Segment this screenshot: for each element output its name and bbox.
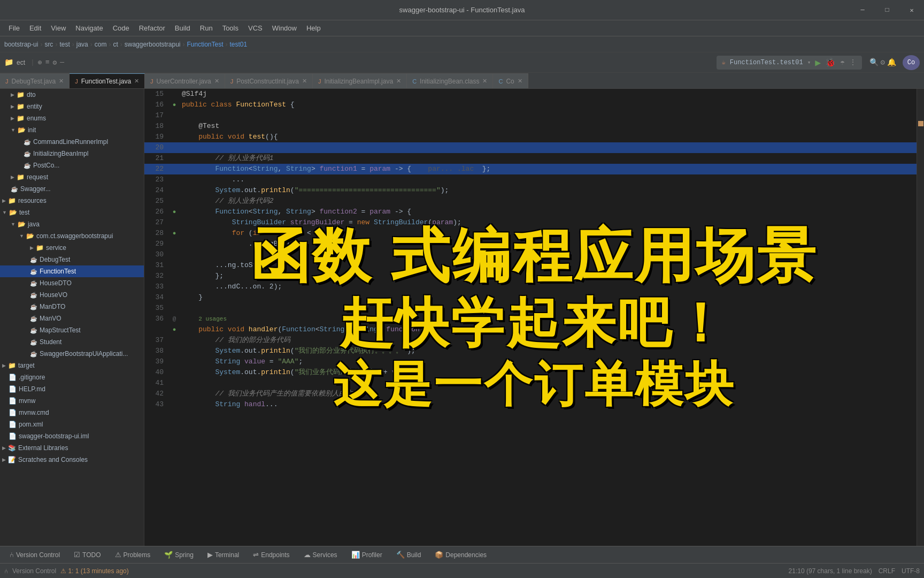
bottom-endpoints[interactable]: ⇌ Endpoints [248, 548, 295, 562]
tab-close-icon[interactable]: ✕ [482, 78, 487, 85]
sidebar-item-housedto[interactable]: ☕ HouseDTO [0, 277, 144, 289]
sidebar-item-entity[interactable]: ▶ 📁 entity [0, 101, 144, 112]
run-config-dropdown[interactable]: ▾ [807, 59, 811, 66]
menu-build[interactable]: Build [171, 22, 195, 34]
collapse-icon[interactable]: ≡ [45, 58, 50, 66]
menu-window[interactable]: Window [268, 22, 301, 34]
bottom-services[interactable]: ☁ Services [298, 548, 343, 562]
sync-icon[interactable]: ⊕ [38, 58, 42, 67]
avatar[interactable]: Co [903, 55, 920, 70]
sidebar-item-helpmd[interactable]: 📄 HELP.md [0, 383, 144, 395]
tree-label: Scratches and Consoles [18, 456, 88, 463]
code-editor[interactable]: 15 @Slf4j 16 ● public class FunctionTest… [144, 89, 924, 546]
bottom-version-control[interactable]: ⑃ Version Control [4, 548, 65, 562]
tab-close-icon[interactable]: ✕ [134, 78, 139, 85]
sidebar-item-test[interactable]: ▼ 📂 test [0, 207, 144, 218]
run-button[interactable]: ▶ [815, 57, 821, 69]
sidebar-item-postco[interactable]: ☕ PostCo... [0, 159, 144, 171]
sidebar-item-housevo[interactable]: ☕ HouseVO [0, 289, 144, 301]
sidebar-item-mvnwcmd[interactable]: 📄 mvnw.cmd [0, 407, 144, 419]
sidebar-item-request[interactable]: ▶ 📁 request [0, 171, 144, 183]
sidebar-item-mandto[interactable]: ☕ ManDTO [0, 301, 144, 313]
tab-usercontroller[interactable]: J UserController.java ✕ [145, 73, 225, 88]
sidebar-item-mvnw[interactable]: 📄 mvnw [0, 395, 144, 407]
tab-co[interactable]: C Co ✕ [493, 73, 528, 88]
sidebar-item-external-libraries[interactable]: ▶ 📚 External Libraries [0, 442, 144, 454]
tab-close-icon[interactable]: ✕ [214, 78, 219, 85]
sidebar-item-functiontest[interactable]: ☕ FunctionTest [0, 265, 144, 277]
sidebar-item-target[interactable]: ▶ 📁 target [0, 360, 144, 371]
sidebar-item-pkg[interactable]: ▼ 📂 com.ct.swaggerbootstrapui [0, 230, 144, 242]
close-button[interactable]: ✕ [899, 0, 924, 20]
sidebar-item-dto[interactable]: ▶ 📁 dto [0, 89, 144, 101]
menu-file[interactable]: File [4, 22, 24, 34]
breadcrumb-ct[interactable]: ct [113, 41, 118, 48]
sidebar-item-mapstructtest[interactable]: ☕ MapStructTest [0, 324, 144, 336]
bottom-terminal[interactable]: ▶ Terminal [202, 548, 244, 562]
menu-tools[interactable]: Tools [218, 22, 243, 34]
settings-icon[interactable]: ⚙ [52, 58, 57, 67]
sidebar-item-java[interactable]: ▼ 📂 java [0, 218, 144, 230]
breadcrumb-project[interactable]: bootstrap-ui [4, 41, 38, 48]
tab-debugtest[interactable]: J DebugTest.java ✕ [0, 73, 70, 88]
breadcrumb-pkg[interactable]: swaggerbootstrapui [125, 41, 181, 48]
bottom-spring[interactable]: 🌱 Spring [159, 548, 199, 562]
breadcrumb-src[interactable]: src [44, 41, 53, 48]
menu-help[interactable]: Help [302, 22, 325, 34]
bottom-build[interactable]: 🔨 Build [391, 548, 427, 562]
gear-icon[interactable]: ⚙ [881, 58, 885, 67]
bottom-todo[interactable]: ☑ TODO [68, 548, 106, 562]
breadcrumb-com[interactable]: com [95, 41, 107, 48]
tab-postconstructinit[interactable]: J PostConstructInit.java ✕ [225, 73, 313, 88]
maximize-button[interactable]: □ [875, 0, 899, 20]
minimize-button[interactable]: ─ [850, 0, 875, 20]
code-line-24: 24 System.out.println("=================… [144, 185, 924, 196]
breadcrumb-java[interactable]: java [76, 41, 88, 48]
tab-functiontest[interactable]: J FunctionTest.java ✕ [70, 73, 145, 88]
sidebar-item-resources[interactable]: ▶ 📁 resources [0, 195, 144, 207]
sidebar-item-initializingbeanimpl[interactable]: ☕ InitializingBeanImpl [0, 148, 144, 159]
sidebar-item-pomxml[interactable]: 📄 pom.xml [0, 419, 144, 430]
sidebar-item-student[interactable]: ☕ Student [0, 336, 144, 348]
tab-close-icon[interactable]: ✕ [396, 78, 401, 85]
menu-refactor[interactable]: Refactor [135, 22, 170, 34]
tab-close-icon[interactable]: ✕ [59, 78, 64, 85]
sidebar-item-service[interactable]: ▶ 📁 service [0, 242, 144, 254]
breadcrumb-method[interactable]: test01 [230, 41, 248, 48]
sidebar-item-manvo[interactable]: ☕ ManVO [0, 313, 144, 324]
menu-code[interactable]: Code [109, 22, 134, 34]
sidebar-item-scratches[interactable]: ▶ 📝 Scratches and Consoles [0, 454, 144, 466]
menu-run[interactable]: Run [196, 22, 217, 34]
tab-close-icon[interactable]: ✕ [518, 78, 522, 85]
sidebar-item-iml[interactable]: 📄 swagger-bootstrap-ui.iml [0, 430, 144, 442]
sidebar-item-enums[interactable]: ▶ 📁 enums [0, 112, 144, 124]
more-run-button[interactable]: ⋮ [849, 58, 857, 67]
search-everywhere-icon[interactable]: 🔍 [869, 58, 879, 67]
breadcrumb-test[interactable]: test [59, 41, 70, 48]
tab-initializingbeanimpl[interactable]: J InitializingBeanImpl.java ✕ [313, 73, 407, 88]
debug-button[interactable]: 🐞 [825, 57, 836, 68]
tab-initializingbeanclass[interactable]: C InitializingBean.class ✕ [407, 73, 493, 88]
code-line-19: 19 public void test(){ [144, 132, 924, 142]
coverage-button[interactable]: ☂ [840, 58, 844, 67]
menu-navigate[interactable]: Navigate [71, 22, 107, 34]
bottom-profiler[interactable]: 📊 Profiler [346, 548, 388, 562]
menu-vcs[interactable]: VCS [244, 22, 267, 34]
sidebar-item-debugtest[interactable]: ☕ DebugTest [0, 254, 144, 265]
bottom-problems[interactable]: ⚠ Problems [110, 548, 156, 562]
sidebar-item-swaggerbootstrapuiapp[interactable]: ☕ SwaggerBootstrapUiApplicati... [0, 348, 144, 360]
notifications-icon[interactable]: 🔔 [887, 58, 896, 67]
sidebar-item-gitignore[interactable]: 📄 .gitignore [0, 371, 144, 383]
sidebar-item-init[interactable]: ▼ 📂 init [0, 124, 144, 136]
bottom-dependencies[interactable]: 📦 Dependencies [429, 548, 492, 562]
minimize-panel-icon[interactable]: — [60, 58, 64, 66]
run-config-name[interactable]: FunctionTest.test01 [730, 59, 803, 66]
sidebar-item-swagger[interactable]: ☕ Swagger... [0, 183, 144, 195]
sidebar-item-commandlinerunnerimpl[interactable]: ☕ CommandLineRunnerImpl [0, 136, 144, 148]
menu-edit[interactable]: Edit [25, 22, 45, 34]
tab-close-icon[interactable]: ✕ [302, 78, 307, 85]
breadcrumb-class[interactable]: FunctionTest [187, 41, 223, 48]
menu-view[interactable]: View [47, 22, 70, 34]
java-icon: ☕ [24, 162, 31, 169]
java-icon: ☕ [24, 139, 31, 146]
